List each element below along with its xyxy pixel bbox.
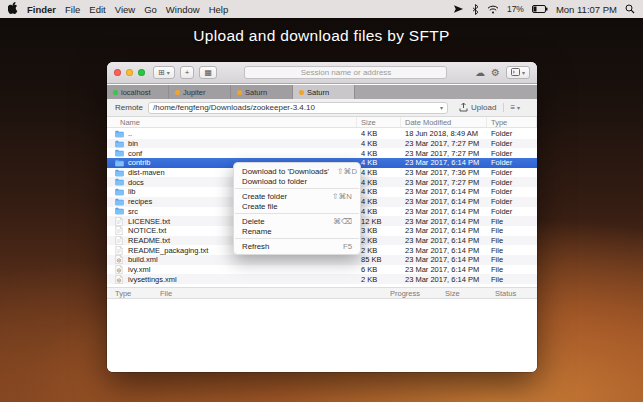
menu-bar-clock[interactable]: Mon 11:07 PM (556, 4, 617, 15)
transfer-column-type[interactable]: Type (115, 289, 160, 298)
new-session-button[interactable]: + (180, 66, 195, 79)
file-modified: 23 Mar 2017, 6:14 PM (401, 226, 487, 235)
transfer-column-file[interactable]: File (160, 289, 390, 298)
file-type: File (487, 217, 537, 226)
window-controls (114, 69, 145, 76)
file-name: README.txt (128, 236, 170, 245)
menu-edit[interactable]: Edit (89, 4, 105, 15)
file-name: dist-maven (128, 168, 165, 177)
file-modified: 23 Mar 2017, 6:14 PM (401, 197, 487, 206)
menu-file[interactable]: File (65, 4, 80, 15)
menu-separator (235, 238, 359, 239)
menu-window[interactable]: Window (166, 4, 200, 15)
folder-icon (115, 207, 124, 216)
session-status-dot (299, 90, 304, 95)
column-header-size[interactable]: Size (357, 117, 401, 127)
bluetooth-icon[interactable] (472, 4, 479, 15)
file-name: .. (128, 129, 132, 138)
share-plane-icon[interactable] (453, 4, 464, 14)
file-row-conf[interactable]: conf4 KB23 Mar 2017, 7:27 PMFolder (107, 148, 537, 158)
file-name: src (128, 207, 138, 216)
file-type: Folder (487, 168, 537, 177)
zoom-button[interactable] (138, 69, 145, 76)
file-row-bin[interactable]: bin4 KB23 Mar 2017, 7:27 PMFolder (107, 139, 537, 149)
menu-go[interactable]: Go (144, 4, 157, 15)
file-type: Folder (487, 178, 537, 187)
file-type: Folder (487, 129, 537, 138)
menu-items: FileEditViewGoWindowHelp (65, 4, 228, 15)
file-size: 4 KB (357, 178, 401, 187)
close-button[interactable] (114, 69, 121, 76)
tab-saturn-2[interactable]: Saturn (231, 85, 293, 99)
folder-icon (115, 129, 124, 138)
file-name: lib (128, 187, 136, 196)
file-name: contrib (128, 158, 151, 167)
file-row-[interactable]: ..4 KB18 Jun 2018, 8:49 AMFolder (107, 129, 537, 139)
tab-label: Saturn (245, 88, 267, 97)
apple-menu[interactable] (8, 2, 18, 16)
folder-icon (115, 178, 124, 187)
context-menu-item-download-to-downloads[interactable]: Download to 'Downloads'⇧⌘D (234, 166, 360, 176)
file-modified: 23 Mar 2017, 7:36 PM (401, 168, 487, 177)
wifi-icon[interactable] (487, 5, 499, 14)
xml-icon (115, 275, 124, 284)
tab-localhost-0[interactable]: localhost (107, 85, 169, 99)
terminal-tools-button[interactable]: ▾ (506, 66, 530, 79)
context-menu-item-refresh[interactable]: RefreshF5 (234, 241, 360, 251)
file-size: 4 KB (357, 149, 401, 158)
remote-path-input[interactable]: /home/fengfeng/Downloads/zookeeper-3.4.1… (148, 102, 448, 114)
remote-bar: Remote /home/fengfeng/Downloads/zookeepe… (107, 99, 537, 117)
file-row-ivysettings-xml[interactable]: ivysettings.xml2 KB23 Mar 2017, 6:14 PMF… (107, 274, 537, 284)
grid-icon: ⊞ (158, 68, 165, 77)
context-menu-item-create-folder[interactable]: Create folder⇧⌘N (234, 191, 360, 201)
file-icon (115, 236, 124, 245)
spotlight-search-icon[interactable] (625, 4, 635, 14)
column-header-date-modified[interactable]: Date Modified (401, 117, 487, 127)
window-toolbar[interactable]: ⊞ ▾ + ▦ Session name or address ☁ ⚙ ▾ (107, 62, 537, 84)
column-header-name[interactable]: Name (107, 117, 357, 127)
tab-saturn-3[interactable]: Saturn (293, 85, 355, 99)
column-header-type[interactable]: Type (487, 117, 537, 127)
context-menu-item-delete[interactable]: Delete⌘⌫ (234, 216, 360, 226)
context-menu-item-download-to-folder[interactable]: Download to folder (234, 176, 360, 186)
minimize-button[interactable] (126, 69, 133, 76)
file-modified: 23 Mar 2017, 6:14 PM (401, 207, 487, 216)
upload-button[interactable]: Upload (459, 102, 496, 114)
layout-panes-button[interactable]: ▦ (199, 66, 217, 79)
menu-view[interactable]: View (115, 4, 135, 15)
file-type: Folder (487, 187, 537, 196)
session-search-input[interactable]: Session name or address (244, 66, 447, 79)
file-type: Folder (487, 158, 537, 167)
cloud-sync-icon[interactable]: ☁ (475, 68, 485, 78)
tab-label: Jupiter (183, 88, 206, 97)
folder-icon (115, 197, 124, 206)
menu-app-name[interactable]: Finder (27, 4, 56, 15)
view-mode-button[interactable]: ⊞ ▾ (153, 66, 175, 79)
file-name: NOTICE.txt (128, 226, 166, 235)
menu-bar: Finder FileEditViewGoWindowHelp 17% Mon … (0, 0, 643, 18)
chevron-down-icon[interactable]: ▾ (440, 104, 443, 111)
menu-item-label: Download to 'Downloads' (242, 167, 329, 176)
transfer-column-status[interactable]: Status (495, 289, 537, 298)
menu-item-label: Refresh (242, 242, 269, 251)
menu-item-label: Download to folder (242, 177, 307, 186)
file-size: 3 KB (357, 226, 401, 235)
context-menu-item-rename[interactable]: Rename (234, 226, 360, 236)
context-menu-item-create-file[interactable]: Create file (234, 201, 360, 211)
transfer-column-size[interactable]: Size (445, 289, 495, 298)
file-size: 4 KB (357, 197, 401, 206)
file-row-build-xml[interactable]: build.xml85 KB23 Mar 2017, 6:14 PMFile (107, 255, 537, 265)
menu-help[interactable]: Help (209, 4, 229, 15)
settings-gear-icon[interactable]: ⚙ (491, 68, 500, 78)
transfer-column-progress[interactable]: Progress (390, 289, 445, 298)
upload-label: Upload (471, 103, 496, 112)
tab-jupiter-1[interactable]: Jupiter (169, 85, 231, 99)
toolbar-right: ☁ ⚙ ▾ (475, 66, 530, 79)
file-type: Folder (487, 197, 537, 206)
battery-icon[interactable] (532, 5, 548, 13)
list-view-options-button[interactable]: ≡ ▾ (503, 103, 520, 112)
file-name-cell: ivysettings.xml (107, 275, 357, 284)
file-icon (115, 217, 124, 226)
file-row-ivy-xml[interactable]: ivy.xml6 KB23 Mar 2017, 6:14 PMFile (107, 265, 537, 275)
file-name-cell: .. (107, 129, 357, 138)
